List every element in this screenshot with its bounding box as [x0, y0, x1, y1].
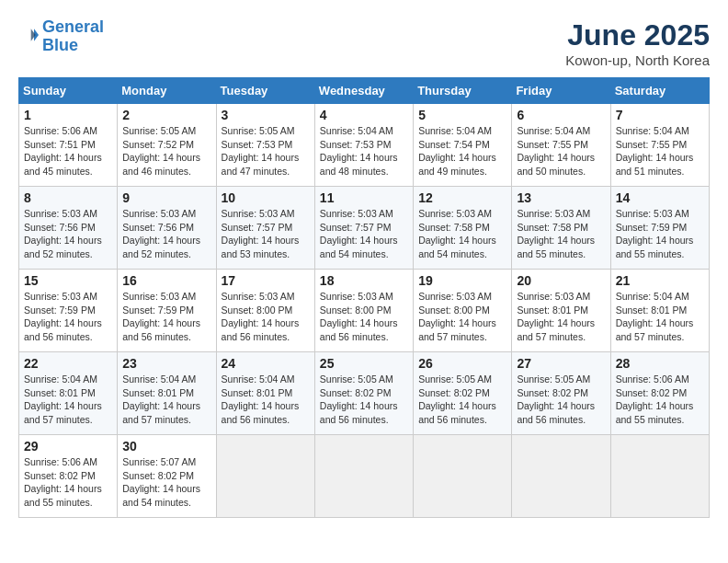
day-info: Sunrise: 5:06 AMSunset: 8:02 PMDaylight:…: [24, 456, 102, 508]
day-info: Sunrise: 5:03 AMSunset: 7:59 PMDaylight:…: [122, 291, 200, 342]
calendar-cell: 9Sunrise: 5:03 AMSunset: 7:56 PMDaylight…: [118, 187, 216, 270]
page-header: General Blue June 2025 Kowon-up, North K…: [18, 18, 710, 68]
day-info: Sunrise: 5:04 AMSunset: 7:54 PMDaylight:…: [418, 125, 496, 177]
calendar-cell: 20Sunrise: 5:03 AMSunset: 8:01 PMDayligh…: [512, 270, 610, 352]
calendar-cell: 30Sunrise: 5:07 AMSunset: 8:02 PMDayligh…: [118, 435, 216, 518]
title-block: June 2025 Kowon-up, North Korea: [565, 18, 710, 68]
calendar-cell: 26Sunrise: 5:05 AMSunset: 8:02 PMDayligh…: [414, 352, 512, 435]
day-info: Sunrise: 5:04 AMSunset: 8:01 PMDaylight:…: [122, 373, 200, 425]
calendar-week-0: 1Sunrise: 5:06 AMSunset: 7:51 PMDaylight…: [19, 104, 710, 187]
day-number: 5: [418, 108, 506, 122]
day-number: 22: [24, 356, 112, 371]
day-info: Sunrise: 5:05 AMSunset: 7:52 PMDaylight:…: [122, 125, 200, 177]
calendar-cell: 15Sunrise: 5:03 AMSunset: 7:59 PMDayligh…: [19, 270, 118, 352]
calendar-header-row: Sunday Monday Tuesday Wednesday Thursday…: [19, 78, 710, 104]
calendar-cell: 8Sunrise: 5:03 AMSunset: 7:56 PMDaylight…: [19, 187, 118, 270]
day-number: 18: [320, 273, 408, 288]
calendar-week-1: 8Sunrise: 5:03 AMSunset: 7:56 PMDaylight…: [19, 187, 710, 270]
calendar-cell: 14Sunrise: 5:03 AMSunset: 7:59 PMDayligh…: [610, 187, 709, 270]
day-info: Sunrise: 5:06 AMSunset: 8:02 PMDaylight:…: [616, 373, 694, 425]
day-number: 14: [616, 190, 704, 205]
calendar-cell: 22Sunrise: 5:04 AMSunset: 8:01 PMDayligh…: [19, 352, 118, 435]
day-info: Sunrise: 5:05 AMSunset: 8:02 PMDaylight:…: [320, 373, 398, 425]
logo-text: General Blue: [42, 18, 104, 55]
calendar-cell: [610, 435, 709, 518]
col-thursday: Thursday: [414, 78, 512, 104]
calendar-cell: 29Sunrise: 5:06 AMSunset: 8:02 PMDayligh…: [19, 435, 118, 518]
calendar-cell: 24Sunrise: 5:04 AMSunset: 8:01 PMDayligh…: [216, 352, 314, 435]
calendar-cell: 13Sunrise: 5:03 AMSunset: 7:58 PMDayligh…: [512, 187, 610, 270]
calendar-week-2: 15Sunrise: 5:03 AMSunset: 7:59 PMDayligh…: [19, 270, 710, 352]
day-info: Sunrise: 5:03 AMSunset: 7:58 PMDaylight:…: [517, 208, 595, 259]
day-number: 20: [517, 273, 605, 288]
day-info: Sunrise: 5:03 AMSunset: 8:01 PMDaylight:…: [517, 291, 595, 342]
day-number: 28: [616, 356, 704, 371]
day-number: 25: [320, 356, 408, 371]
calendar-cell: 23Sunrise: 5:04 AMSunset: 8:01 PMDayligh…: [118, 352, 216, 435]
col-sunday: Sunday: [19, 78, 118, 104]
day-number: 9: [122, 190, 210, 205]
day-number: 10: [222, 190, 310, 205]
day-info: Sunrise: 5:04 AMSunset: 7:55 PMDaylight:…: [517, 125, 595, 177]
day-info: Sunrise: 5:03 AMSunset: 7:58 PMDaylight:…: [418, 208, 496, 259]
logo-general: General: [42, 17, 104, 36]
col-wednesday: Wednesday: [314, 78, 413, 104]
day-info: Sunrise: 5:03 AMSunset: 8:00 PMDaylight:…: [222, 291, 300, 342]
col-friday: Friday: [512, 78, 610, 104]
col-monday: Monday: [118, 78, 216, 104]
subtitle: Kowon-up, North Korea: [565, 52, 710, 68]
day-number: 15: [24, 273, 112, 288]
calendar-cell: 4Sunrise: 5:04 AMSunset: 7:53 PMDaylight…: [314, 104, 413, 187]
day-number: 26: [418, 356, 506, 371]
day-number: 8: [24, 190, 112, 205]
day-info: Sunrise: 5:03 AMSunset: 8:00 PMDaylight:…: [418, 291, 496, 342]
day-info: Sunrise: 5:04 AMSunset: 8:01 PMDaylight:…: [24, 373, 102, 425]
day-number: 23: [122, 356, 210, 371]
calendar-cell: 1Sunrise: 5:06 AMSunset: 7:51 PMDaylight…: [19, 104, 118, 187]
day-number: 19: [418, 273, 506, 288]
calendar-cell: 11Sunrise: 5:03 AMSunset: 7:57 PMDayligh…: [314, 187, 413, 270]
day-info: Sunrise: 5:05 AMSunset: 8:02 PMDaylight:…: [418, 373, 496, 425]
day-info: Sunrise: 5:05 AMSunset: 8:02 PMDaylight:…: [517, 373, 595, 425]
day-info: Sunrise: 5:05 AMSunset: 7:53 PMDaylight:…: [222, 125, 300, 177]
day-info: Sunrise: 5:07 AMSunset: 8:02 PMDaylight:…: [122, 456, 200, 508]
day-number: 17: [222, 273, 310, 288]
calendar-cell: 18Sunrise: 5:03 AMSunset: 8:00 PMDayligh…: [314, 270, 413, 352]
calendar-cell: 2Sunrise: 5:05 AMSunset: 7:52 PMDaylight…: [118, 104, 216, 187]
calendar-cell: [414, 435, 512, 518]
day-info: Sunrise: 5:04 AMSunset: 8:01 PMDaylight:…: [616, 291, 694, 342]
day-info: Sunrise: 5:03 AMSunset: 7:59 PMDaylight:…: [24, 291, 102, 342]
calendar-cell: 12Sunrise: 5:03 AMSunset: 7:58 PMDayligh…: [414, 187, 512, 270]
calendar-cell: [512, 435, 610, 518]
calendar-cell: 25Sunrise: 5:05 AMSunset: 8:02 PMDayligh…: [314, 352, 413, 435]
day-number: 1: [24, 108, 112, 122]
day-number: 13: [517, 190, 605, 205]
day-number: 16: [122, 273, 210, 288]
day-info: Sunrise: 5:03 AMSunset: 7:57 PMDaylight:…: [222, 208, 300, 259]
calendar-table: Sunday Monday Tuesday Wednesday Thursday…: [18, 77, 710, 518]
calendar-cell: 3Sunrise: 5:05 AMSunset: 7:53 PMDaylight…: [216, 104, 314, 187]
day-info: Sunrise: 5:04 AMSunset: 7:55 PMDaylight:…: [616, 125, 694, 177]
calendar-cell: 6Sunrise: 5:04 AMSunset: 7:55 PMDaylight…: [512, 104, 610, 187]
calendar-cell: 19Sunrise: 5:03 AMSunset: 8:00 PMDayligh…: [414, 270, 512, 352]
day-number: 29: [24, 439, 112, 454]
day-info: Sunrise: 5:03 AMSunset: 7:56 PMDaylight:…: [24, 208, 102, 259]
calendar-week-4: 29Sunrise: 5:06 AMSunset: 8:02 PMDayligh…: [19, 435, 710, 518]
day-info: Sunrise: 5:06 AMSunset: 7:51 PMDaylight:…: [24, 125, 102, 177]
day-number: 3: [222, 108, 310, 122]
day-info: Sunrise: 5:03 AMSunset: 7:59 PMDaylight:…: [616, 208, 694, 259]
day-number: 2: [122, 108, 210, 122]
day-number: 24: [222, 356, 310, 371]
day-info: Sunrise: 5:04 AMSunset: 7:53 PMDaylight:…: [320, 125, 398, 177]
col-saturday: Saturday: [610, 78, 709, 104]
main-title: June 2025: [565, 18, 710, 52]
calendar-cell: 10Sunrise: 5:03 AMSunset: 7:57 PMDayligh…: [216, 187, 314, 270]
day-number: 4: [320, 108, 408, 122]
day-number: 7: [616, 108, 704, 122]
calendar-week-3: 22Sunrise: 5:04 AMSunset: 8:01 PMDayligh…: [19, 352, 710, 435]
day-info: Sunrise: 5:03 AMSunset: 8:00 PMDaylight:…: [320, 291, 398, 342]
day-number: 21: [616, 273, 704, 288]
calendar-cell: 16Sunrise: 5:03 AMSunset: 7:59 PMDayligh…: [118, 270, 216, 352]
calendar-cell: [216, 435, 314, 518]
calendar-cell: 28Sunrise: 5:06 AMSunset: 8:02 PMDayligh…: [610, 352, 709, 435]
